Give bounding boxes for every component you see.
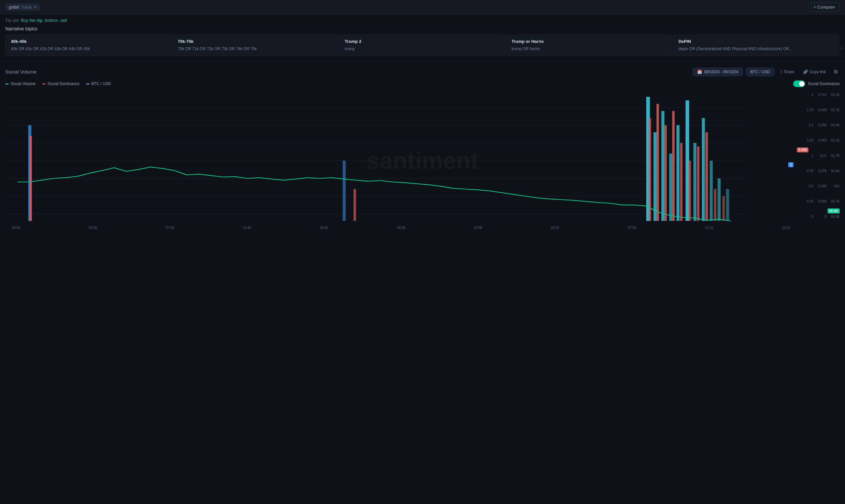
svg-rect-10 xyxy=(654,132,656,221)
calendar-icon: 📅 xyxy=(697,70,702,74)
y-right-617k: 61.7K xyxy=(827,154,840,158)
y-left-075: 0.75 xyxy=(797,169,813,173)
svg-rect-20 xyxy=(29,136,32,221)
narrative-cards-container: 40k-45k 40k OR 41k OR 42k OR 43k OR 44k … xyxy=(0,35,845,62)
copy-link-label: Copy link xyxy=(810,70,826,74)
svg-rect-22 xyxy=(649,118,651,221)
svg-rect-25 xyxy=(672,111,675,221)
y-mid-278: 0.278 xyxy=(813,169,827,173)
chart-container: santiment xyxy=(5,90,840,232)
y-right-631k: 63.1K xyxy=(827,93,840,97)
legend-btc-usd-label: BTC / USD xyxy=(91,82,111,86)
y-left-15: 1.5 xyxy=(797,123,813,127)
narrative-card-title-2: Trump 2 xyxy=(345,39,500,44)
y-right-614k: 61.4K xyxy=(827,169,840,173)
asset-button[interactable]: BTC / USD xyxy=(746,68,774,76)
toggle-area: Social Dominance xyxy=(793,80,840,87)
date-range-label: 08/10/24 - 09/10/24 xyxy=(704,70,738,74)
narrative-card-query-4: depin OR (Decentralized AND Physical AND… xyxy=(678,46,833,52)
x-label-7: 03:25 xyxy=(551,226,559,230)
section-title: Narrative topics xyxy=(0,25,845,35)
x-label-10: 15:10 xyxy=(782,226,790,230)
narrative-card-query-3: trump OR harris xyxy=(512,46,667,52)
narrative-card-0[interactable]: 40k-45k 40k OR 41k OR 42k OR 43k OR 44k … xyxy=(5,35,172,56)
tab-area: gotbit Track ✕ xyxy=(5,3,40,11)
gear-icon: ⚙ xyxy=(833,69,838,74)
svg-rect-27 xyxy=(689,161,691,221)
svg-rect-21 xyxy=(353,189,356,221)
compare-button[interactable]: + Compare xyxy=(808,3,840,12)
narrative-card-2[interactable]: Trump 2 trump xyxy=(339,35,505,56)
legend-dot-btc-usd xyxy=(86,84,89,85)
x-label-2: 07:50 xyxy=(166,226,174,230)
settings-button[interactable]: ⚙ xyxy=(832,67,840,76)
svg-rect-12 xyxy=(669,154,672,221)
share-button[interactable]: ⤴ Share xyxy=(778,68,797,76)
svg-rect-29 xyxy=(705,132,708,221)
top-bar: gotbit Track ✕ + Compare xyxy=(0,0,845,15)
svg-rect-26 xyxy=(680,143,682,221)
y-left-175: 1.75 xyxy=(797,108,813,112)
narrative-card-1[interactable]: 70k-75k 70k OR 71k OR 72k OR 73k OR 74k … xyxy=(172,35,339,56)
legend-dot-social-dominance xyxy=(42,84,46,85)
cards-arrow-right-icon[interactable]: › xyxy=(841,45,842,51)
narrative-card-3[interactable]: Trump or Harris trump OR harris xyxy=(506,35,672,56)
y-mid-463: 0.463 xyxy=(813,139,827,142)
svg-rect-31 xyxy=(723,196,725,221)
legend-social-volume-label: Social Volume xyxy=(11,82,36,86)
svg-rect-24 xyxy=(665,125,667,221)
tooltip-green-value: 60.8K xyxy=(828,209,840,213)
legend-social-dominance-label: Social Dominance xyxy=(48,82,80,86)
narrative-card-title-0: 40k-45k xyxy=(11,39,166,44)
date-range-button[interactable]: 📅 08/10/24 - 09/10/24 xyxy=(693,68,743,76)
legend-btc-usd: BTC / USD xyxy=(86,82,111,86)
y-mid-185: 0.185 xyxy=(813,184,827,188)
x-label-0: 00:00 xyxy=(12,226,20,230)
y-mid-093: 0.093 xyxy=(813,200,827,203)
legend-social-volume: Social Volume xyxy=(5,82,36,86)
y-axis-right: 63.1K 62.7K 62.4K 62.1K 61.7K 61.4K 61K … xyxy=(827,90,840,222)
narrative-card-title-1: 70k-75k xyxy=(178,39,333,44)
copy-link-button[interactable]: 🔗 Copy link xyxy=(800,68,828,76)
try-out-links[interactable]: Buy the dip, bottom, sell xyxy=(21,18,67,23)
legend-row: Social Volume Social Dominance BTC / USD… xyxy=(5,80,840,87)
narrative-card-query-1: 70k OR 71k OR 72k OR 73k OR 74k OR 75k xyxy=(178,46,333,52)
svg-rect-15 xyxy=(693,143,697,221)
y-left-05: 0.5 xyxy=(797,184,813,188)
legend-dot-social-volume xyxy=(5,84,8,85)
tab-gotbit[interactable]: gotbit Track ✕ xyxy=(5,3,40,11)
link-icon: 🔗 xyxy=(803,70,808,74)
x-label-6: 23:30 xyxy=(474,226,482,230)
try-out-prefix: Try out: xyxy=(5,18,20,23)
svg-rect-13 xyxy=(676,125,679,221)
chart-section: Social Volume 📅 08/10/24 - 09/10/24 BTC … xyxy=(0,62,845,232)
y-left-025: 0.25 xyxy=(797,200,813,203)
try-out-bar: Try out: Buy the dip, bottom, sell xyxy=(0,15,845,25)
y-right-61k: 61K xyxy=(827,184,840,188)
y-right-607k: 60.7K xyxy=(827,200,840,203)
x-label-4: 15:40 xyxy=(320,226,328,230)
share-label: Share xyxy=(784,70,794,74)
svg-rect-16 xyxy=(702,118,705,221)
y-left-2: 2 xyxy=(797,93,813,97)
y-left-0: 0 xyxy=(797,215,813,218)
narrative-card-4[interactable]: DePIN depin OR (Decentralized AND Physic… xyxy=(673,35,839,56)
tab-close-icon[interactable]: ✕ xyxy=(34,5,37,9)
tab-label: Track xyxy=(21,5,32,10)
social-dominance-toggle[interactable] xyxy=(793,80,805,87)
narrative-card-query-2: trump xyxy=(345,46,500,52)
svg-rect-18 xyxy=(718,178,721,221)
x-axis: 00:00 03:55 07:50 11:45 15:40 19:35 23:3… xyxy=(5,223,797,232)
x-label-8: 07:20 xyxy=(628,226,636,230)
share-icon: ⤴ xyxy=(780,70,782,74)
y-mid-741: 0.741 xyxy=(813,93,827,97)
x-label-5: 19:35 xyxy=(397,226,405,230)
y-right-603k: 60.3K xyxy=(827,215,840,218)
svg-rect-17 xyxy=(710,161,712,221)
legend-items: Social Volume Social Dominance BTC / USD xyxy=(5,82,111,86)
svg-rect-30 xyxy=(714,189,716,221)
narrative-card-title-3: Trump or Harris xyxy=(512,39,667,44)
chart-header: Social Volume 📅 08/10/24 - 09/10/24 BTC … xyxy=(5,67,840,76)
narrative-card-query-0: 40k OR 41k OR 42k OR 43k OR 44k OR 45k xyxy=(11,46,166,52)
chart-title: Social Volume xyxy=(5,69,37,74)
